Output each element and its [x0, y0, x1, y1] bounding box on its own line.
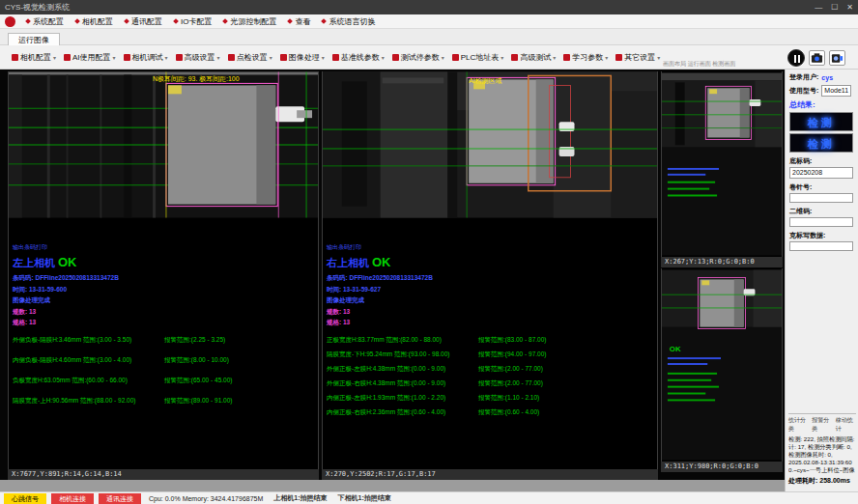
menu-item[interactable]: IO卡配置	[168, 14, 217, 29]
bottom-barcode-field[interactable]: 20250208	[789, 167, 853, 179]
measurement-alarm-range: 报警范围:(94.00 - 97.00)	[478, 350, 546, 359]
menu-bullet-icon	[25, 18, 31, 24]
toolbar-item[interactable]: 测试停参数▾	[388, 45, 448, 70]
comm-connection-indicator: 通讯连接	[99, 493, 141, 504]
camera-thumb-1[interactable]	[661, 71, 783, 257]
minimize-button[interactable]: —	[815, 0, 822, 14]
toolbar-item[interactable]: 高级设置▾	[172, 45, 224, 70]
right-sidebar: 登录用户: cys 使用型号: Mode11 总结果: 检测 检测 底标码: 2…	[785, 70, 858, 504]
model-label: 使用型号:	[789, 86, 818, 96]
stats-line: 0.~cys~一号上料位~图像	[788, 466, 856, 474]
measurement-alarm-range: 报警范围:(2.00 - 77.00)	[478, 379, 543, 388]
menu-item[interactable]: 通讯配置	[119, 14, 168, 29]
left-camera-image: N极耳间距: 93. 极耳间距:100	[9, 71, 318, 218]
model-value-field[interactable]: Mode11	[821, 85, 851, 97]
bottom-camera-status: 下相机1:拍照结束	[338, 493, 391, 503]
tool-icon	[511, 54, 518, 61]
toolbar-item-label: PLC地址表	[461, 52, 500, 63]
bottom-spacer	[0, 480, 785, 491]
write-data-field[interactable]	[789, 241, 853, 251]
login-user-value: cys	[821, 74, 833, 81]
stats-tab[interactable]: 报警分类	[812, 416, 832, 434]
winder-number-field[interactable]	[789, 193, 853, 203]
toolbar-item[interactable]: 相机调试▾	[120, 45, 172, 70]
result-display-1: 检测	[789, 112, 853, 131]
measurement-alarm-range: 报警范围:(1.10 - 2.10)	[478, 394, 539, 403]
heartbeat-indicator: 心跳信号	[4, 493, 46, 504]
toolbar-item[interactable]: 学习参数▾	[559, 45, 612, 70]
pause-button[interactable]	[787, 49, 805, 67]
close-button[interactable]: ✕	[846, 0, 853, 14]
tool-icon	[392, 54, 399, 61]
tool-icon	[176, 54, 183, 61]
toolbar-item-label: 高级测试	[520, 52, 551, 63]
toolbar-item[interactable]: 点检设置▾	[224, 45, 276, 70]
toolbar-item[interactable]: 高级测试▾	[507, 45, 559, 70]
measurement-row: 负极宽度H:63.05mm 范围:(60.00 - 66.00)报警范围:(65…	[13, 377, 316, 385]
thumb2-verdict-text: OK	[670, 345, 681, 353]
menu-item[interactable]: 系统语言切换	[316, 14, 381, 29]
ai-region-label: AI检测区域	[469, 77, 501, 85]
camera-device-icon	[811, 52, 823, 64]
stats-line: 检测: 222, 拍照检测间隔:	[788, 435, 856, 443]
toolbar-item[interactable]: 基准线参数▾	[329, 45, 388, 70]
camera-device-button-2[interactable]	[829, 50, 845, 66]
toolbar-item-label: 图像处理	[289, 52, 320, 63]
chevron-down-icon: ▾	[165, 54, 168, 61]
menu-item-label: 相机配置	[82, 16, 113, 27]
chevron-down-icon: ▾	[217, 54, 220, 61]
measurement-row: 内侧负极-隔膜H:4.60mm 范围:(3.00 - 4.00)报警范围:(8.…	[13, 356, 316, 365]
toolbar-item-label: 其它设置	[624, 52, 655, 63]
toolbar-item[interactable]: AI使用配置▾	[60, 45, 120, 70]
chevron-down-icon: ▾	[657, 54, 660, 61]
chevron-down-icon: ▾	[113, 54, 116, 61]
tab-run-image-label: 运行图像	[18, 35, 49, 45]
measurement-value: 外侧负极-隔膜H:3.46mm 范围:(3.00 - 3.50)	[13, 336, 164, 345]
camera-thumb-2[interactable]: OK	[661, 268, 783, 462]
camera-view-right[interactable]: AI检测区域 输出条码打印 右上相机OK 条码码: DFFline2025020…	[322, 71, 658, 469]
right-grade-spec-line: 规格: 13	[327, 319, 655, 327]
measurement-row: 隔膜宽度-下H:95.24mm 范围:(93.00 - 98.00)报警范围:(…	[327, 350, 655, 359]
menu-bullet-icon	[74, 18, 80, 24]
menu-item[interactable]: 系统配置	[20, 14, 70, 29]
left-grade-count-line: 规数: 13	[13, 308, 316, 317]
toolbar-item-label: 基准线参数	[341, 52, 380, 63]
measurement-row: 隔膜宽度-上H:90.56mm 范围:(88.00 - 92.00)报警范围:(…	[13, 397, 316, 406]
menu-item[interactable]: 查看	[282, 14, 316, 29]
toolbar-item[interactable]: 其它设置▾	[612, 45, 664, 70]
right-time-line: 时间: 13-31-59-627	[327, 286, 655, 294]
camera-view-left[interactable]: N极耳间距: 93. 极耳间距:100 输出条码打印 左上相机OK 条码码: D…	[8, 71, 319, 469]
measurement-alarm-range: 报警范围:(8.00 - 10.00)	[164, 356, 229, 365]
thumb2-pixel-status: X:311;Y:980;R:0;G:0;B:0	[661, 462, 783, 472]
measurement-row: 外侧正极-左膜H:4.38mm 范围:(0.00 - 9.00)报警范围:(2.…	[327, 365, 655, 374]
maximize-button[interactable]: ☐	[831, 0, 838, 14]
camera-device-button-1[interactable]	[809, 50, 825, 66]
result-display-2: 检测	[789, 133, 853, 153]
left-grade-spec-line: 规格: 13	[13, 319, 316, 327]
chevron-down-icon: ▾	[382, 54, 385, 61]
measurement-row: 外侧负极-隔膜H:3.46mm 范围:(3.00 - 3.50)报警范围:(2.…	[13, 336, 316, 345]
menu-item[interactable]: 相机配置	[70, 14, 119, 29]
toolbar-item[interactable]: 图像处理▾	[276, 45, 329, 70]
chevron-down-icon: ▾	[553, 54, 556, 61]
write-data-label: 克标写数据:	[789, 231, 855, 240]
menu-item[interactable]: 光源控制配置	[217, 14, 282, 29]
measurement-alarm-range: 报警范围:(2.25 - 3.25)	[164, 336, 225, 345]
tool-icon	[124, 54, 130, 61]
tool-icon	[563, 54, 570, 61]
left-camera-title: 左上相机	[13, 257, 55, 268]
right-camera-title: 右上相机	[327, 257, 369, 268]
stats-tab[interactable]: 稼动统计	[836, 416, 856, 434]
toolbar-item[interactable]: PLC地址表▾	[448, 45, 508, 70]
toolbar-item-label: 点检设置	[237, 52, 268, 63]
thumb2-image: OK	[662, 268, 782, 462]
qr-code-field[interactable]	[789, 217, 853, 227]
toolbar-item[interactable]: 相机配置▾	[8, 45, 60, 70]
qr-code-label: 二维码:	[789, 207, 855, 216]
stats-line: 2025.02.08-13:31:39:60	[788, 459, 856, 466]
right-result-header: 输出条码打印	[327, 243, 655, 252]
toolbar-item-label: 相机调试	[132, 52, 163, 63]
stats-tab[interactable]: 统计分类	[788, 416, 809, 434]
left-barcode-line: 条码码: DFFline2025020813313472B	[13, 274, 316, 283]
bottom-barcode-label: 底标码:	[789, 156, 855, 166]
